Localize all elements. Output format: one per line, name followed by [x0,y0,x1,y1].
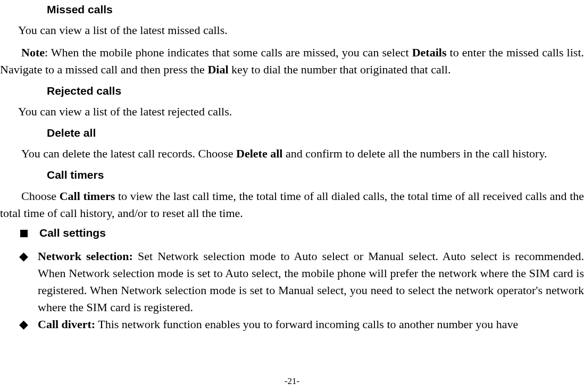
note-text-3: key to dial the number that originated t… [229,63,451,76]
diamond-bullet-icon: ◆ [19,316,28,333]
para-rejected-calls: You can view a list of the latest reject… [0,103,584,120]
page-content: Missed calls You can view a list of the … [0,0,584,333]
document-page: Missed calls You can view a list of the … [0,0,584,392]
page-number: -21- [0,376,584,387]
delete-bold: Delete all [236,147,282,160]
item-network-selection: ◆ Network selection: Set Network selecti… [0,248,584,316]
heading-missed-calls: Missed calls [47,2,584,16]
heading-rejected-calls: Rejected calls [47,84,584,98]
note-text-1: : When the mobile phone indicates that s… [45,46,412,59]
bullet-call-settings: Call settings [0,227,584,244]
delete-text-2: and confirm to delete all the numbers in… [282,147,547,160]
heading-call-timers: Call timers [47,168,584,182]
timers-bold: Call timers [60,189,115,203]
diamond-bullet-icon: ◆ [19,248,28,316]
para-call-timers: Choose Call timers to view the last call… [0,188,584,222]
delete-text-1: You can delete the latest call records. … [21,147,236,160]
text-call-divert: Call divert: This network function enabl… [38,316,584,333]
call-divert-body: This network function enables you to for… [95,318,518,331]
para-missed-calls-note: Note: When the mobile phone indicates th… [0,44,584,78]
para-missed-calls: You can view a list of the latest missed… [0,22,584,39]
square-bullet-icon [20,230,28,237]
para-delete-all: You can delete the latest call records. … [0,145,584,162]
heading-delete-all: Delete all [47,126,584,140]
call-divert-label: Call divert: [38,318,95,331]
note-label: Note [21,46,45,59]
item-call-divert: ◆ Call divert: This network function ena… [0,316,584,333]
note-bold-details: Details [412,46,447,59]
network-selection-label: Network selection: [38,249,133,263]
timers-text-1: Choose [21,189,60,203]
note-bold-dial: Dial [207,63,228,76]
heading-call-settings: Call settings [39,227,106,239]
text-network-selection: Network selection: Set Network selection… [38,248,584,316]
